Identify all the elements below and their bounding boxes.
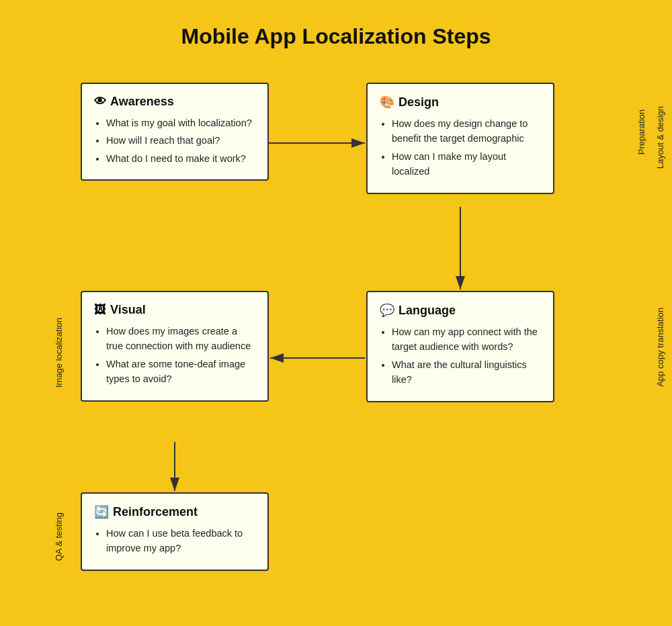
card-design: 🎨 Design How does my design change to be… [366,83,554,194]
list-item: How will I reach that goal? [106,133,255,148]
list-item: What is my goal with localization? [106,116,255,130]
awareness-icon: 👁 [94,95,106,109]
card-design-list: How does my design change to benefit the… [380,116,541,179]
diagram-container: 👁 Awareness What is my goal with localiz… [0,69,672,621]
design-icon: 🎨 [380,95,394,109]
card-reinforcement-title: 🔄 Reinforcement [94,504,255,519]
card-reinforcement: 🔄 Reinforcement How can I use beta feedb… [81,492,269,571]
list-item: How can I make my layout localized [392,149,541,179]
list-item: How can my app connect with the target a… [392,324,541,355]
card-reinforcement-list: How can I use beta feedback to improve m… [94,526,255,556]
card-language: 💬 Language How can my app connect with t… [366,291,554,402]
list-item: What are the cultural linguistics like? [392,357,541,388]
card-awareness: 👁 Awareness What is my goal with localiz… [81,83,269,181]
list-item: How does my design change to benefit the… [392,116,541,146]
list-item: What do I need to make it work? [106,151,255,166]
card-language-list: How can my app connect with the target a… [380,324,541,388]
visual-icon: 🖼 [94,303,106,317]
card-visual: 🖼 Visual How does my images create a tru… [81,291,269,402]
label-preparation: Preparation [636,109,646,154]
card-awareness-title: 👁 Awareness [94,95,255,109]
label-image-localization: Image localization [54,318,64,388]
label-app-copy: App copy translation [655,308,665,387]
label-qa-testing: QA & testing [54,512,64,561]
card-awareness-list: What is my goal with localization? How w… [94,116,255,166]
list-item: How can I use beta feedback to improve m… [106,526,255,556]
language-icon: 💬 [380,303,394,318]
card-visual-list: How does my images create a true connect… [94,324,255,387]
page-title: Mobile App Localization Steps [0,0,672,69]
card-design-title: 🎨 Design [380,95,541,109]
list-item: How does my images create a true connect… [106,324,255,354]
card-visual-title: 🖼 Visual [94,303,255,317]
card-language-title: 💬 Language [380,303,541,318]
label-layout-design: Layout & design [655,106,665,169]
list-item: What are some tone-deaf image types to a… [106,357,255,387]
reinforcement-icon: 🔄 [94,504,109,519]
